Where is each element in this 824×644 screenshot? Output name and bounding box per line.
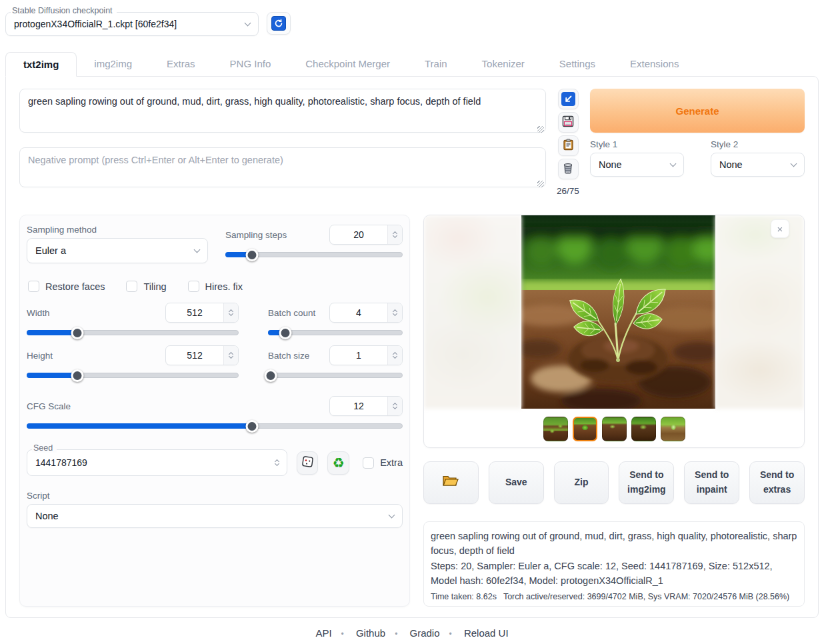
send-to-img2img-button[interactable]: Send to img2img [619, 461, 674, 504]
bullet-separator: • [341, 629, 344, 639]
tiling-label: Tiling [143, 281, 166, 292]
generated-image[interactable] [521, 215, 715, 409]
sampling-steps-value: 20 [330, 225, 387, 244]
thumbnail-5[interactable] [661, 417, 685, 441]
prompt-row: 26/75 Generate Style 1 None Style 2 [19, 89, 805, 196]
cfg-scale-slider[interactable] [27, 420, 403, 432]
style2-block: Style 2 None [711, 139, 805, 177]
cfg-scale-label: CFG Scale [27, 401, 71, 411]
api-link[interactable]: API [315, 627, 331, 639]
save-style-button[interactable] [558, 112, 579, 133]
footer-links: API• Github• Gradio• Reload UI [5, 627, 819, 639]
generation-info-panel: green sapling rowing out of ground, mud,… [423, 521, 805, 607]
paste-params-button[interactable] [558, 89, 579, 109]
tab-checkpoint-merger[interactable]: Checkpoint Merger [288, 52, 407, 76]
refresh-checkpoints-button[interactable] [267, 12, 291, 35]
clear-prompt-button[interactable] [558, 159, 579, 179]
stepper-buttons[interactable] [223, 346, 238, 365]
cfg-scale-input[interactable]: 12 [329, 396, 403, 416]
folder-icon [442, 479, 459, 489]
script-dropdown[interactable]: None [27, 504, 403, 528]
output-column: × Save Zip [423, 215, 805, 607]
close-icon: × [777, 223, 783, 235]
batch-size-input[interactable]: 1 [329, 345, 403, 365]
tab-extras[interactable]: Extras [149, 52, 213, 76]
batch-size-slider[interactable] [268, 369, 403, 381]
sampling-steps-block: Sampling steps 20 [225, 225, 403, 263]
style2-dropdown[interactable]: None [711, 153, 805, 177]
negative-prompt-input[interactable] [19, 147, 546, 187]
seed-input[interactable]: 1441787169 [27, 449, 287, 476]
slider-handle[interactable] [265, 369, 277, 382]
hires-fix-checkbox[interactable]: Hires. fix [188, 281, 243, 292]
tab-extensions[interactable]: Extensions [613, 52, 696, 76]
stepper-buttons[interactable] [387, 225, 402, 244]
stepper-buttons[interactable] [275, 460, 279, 465]
tab-settings[interactable]: Settings [542, 52, 613, 76]
batch-size-label: Batch size [268, 351, 309, 361]
height-value: 512 [166, 346, 223, 365]
thumbnail-4[interactable] [631, 417, 656, 441]
open-folder-button[interactable] [423, 461, 479, 504]
close-gallery-button[interactable]: × [771, 219, 789, 238]
trash-icon [563, 162, 573, 177]
stepper-buttons[interactable] [223, 303, 238, 322]
width-slider[interactable] [27, 327, 239, 339]
token-counter: 26/75 [557, 186, 579, 196]
sampling-steps-input[interactable]: 20 [329, 225, 403, 245]
tab-tokenizer[interactable]: Tokenizer [465, 52, 542, 76]
tab-img2img[interactable]: img2img [77, 52, 149, 76]
generate-button[interactable]: Generate [590, 89, 805, 133]
width-input[interactable]: 512 [165, 303, 239, 323]
style1-value: None [599, 159, 622, 170]
main-tabbar: txt2img img2img Extras PNG Info Checkpoi… [5, 52, 819, 76]
slider-handle[interactable] [245, 249, 258, 261]
sampling-steps-label: Sampling steps [225, 230, 287, 240]
batch-count-slider[interactable] [268, 327, 403, 339]
prompt-input[interactable] [19, 89, 546, 133]
slider-handle[interactable] [246, 420, 259, 433]
zip-button[interactable]: Zip [554, 461, 609, 504]
slider-handle[interactable] [71, 327, 84, 339]
height-label: Height [27, 351, 53, 361]
stepper-buttons[interactable] [387, 303, 402, 322]
slider-handle[interactable] [279, 327, 292, 339]
reload-ui-link[interactable]: Reload UI [464, 627, 509, 639]
checkbox-icon [28, 281, 39, 292]
reuse-seed-button[interactable]: ♻ [327, 451, 349, 475]
checkpoint-value: protogenX34OfficialR_1.ckpt [60fe2f34] [14, 19, 177, 29]
tab-txt2img[interactable]: txt2img [5, 52, 77, 77]
checkpoint-dropdown[interactable]: protogenX34OfficialR_1.ckpt [60fe2f34] [5, 12, 259, 36]
style2-label: Style 2 [711, 139, 805, 149]
github-link[interactable]: Github [356, 627, 385, 639]
tab-png-info[interactable]: PNG Info [213, 52, 289, 76]
thumbnail-1[interactable] [543, 417, 568, 441]
thumbnail-3[interactable] [602, 417, 627, 441]
apply-style-button[interactable] [558, 135, 579, 156]
batch-count-input[interactable]: 4 [329, 303, 403, 323]
style1-dropdown[interactable]: None [590, 153, 684, 177]
stepper-buttons[interactable] [387, 397, 402, 415]
info-time-text: Time taken: 8.62sTorch active/reserved: … [431, 592, 797, 601]
slider-handle[interactable] [71, 369, 84, 382]
tab-train[interactable]: Train [407, 52, 465, 76]
refresh-icon [271, 16, 286, 31]
send-to-inpaint-button[interactable]: Send to inpaint [684, 461, 739, 504]
batch-count-value: 4 [330, 303, 387, 322]
height-input[interactable]: 512 [165, 345, 239, 365]
footer: API• Github• Gradio• Reload UI python: 3… [5, 627, 819, 644]
save-button[interactable]: Save [489, 461, 544, 504]
random-seed-button[interactable] [297, 451, 319, 475]
height-slider[interactable] [27, 369, 239, 381]
extra-seed-checkbox[interactable]: Extra [363, 457, 403, 469]
checkbox-icon [363, 457, 374, 469]
thumbnail-2-selected[interactable] [573, 417, 597, 441]
tiling-checkbox[interactable]: Tiling [126, 281, 166, 292]
sampling-steps-slider[interactable] [225, 249, 403, 261]
gradio-link[interactable]: Gradio [410, 627, 440, 639]
restore-faces-checkbox[interactable]: Restore faces [28, 281, 105, 292]
sampling-method-dropdown[interactable]: Euler a [27, 238, 208, 263]
send-to-extras-button[interactable]: Send to extras [749, 461, 805, 504]
stepper-buttons[interactable] [387, 346, 402, 365]
chevron-down-icon [389, 512, 395, 519]
